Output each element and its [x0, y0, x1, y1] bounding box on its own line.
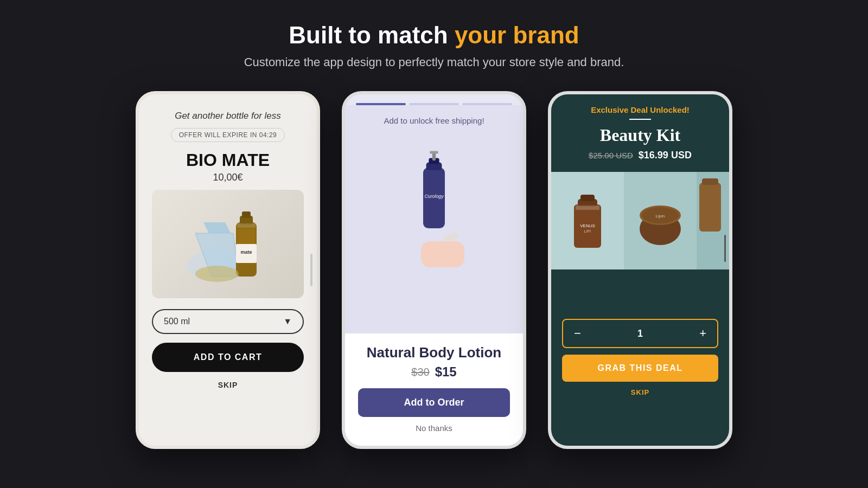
product-name-bio: BIO MATE	[186, 151, 270, 170]
beauty-kit-header: Exclusive Deal Unlocked! Beauty Kit $25.…	[551, 94, 729, 172]
progress-bar	[345, 94, 523, 105]
page-header: Built to match your brand Customize the …	[244, 22, 624, 69]
header-divider	[629, 119, 651, 120]
scrollbar-phone1	[310, 254, 312, 286]
qty-plus-button[interactable]: +	[688, 320, 717, 347]
phone-2-shipping: Add to unlock free shipping! Curology	[342, 91, 526, 449]
svg-marker-2	[203, 222, 231, 233]
add-to-order-button[interactable]: Add to Order	[358, 388, 510, 417]
kit-product-images: VENUS LIPI Lipin	[551, 172, 729, 269]
chevron-down-icon: ▼	[283, 317, 292, 326]
lotion-image-area: Add to unlock free shipping! Curology	[345, 105, 523, 333]
no-thanks-link[interactable]: No thanks	[416, 423, 452, 433]
lotion-price-new: $15	[435, 364, 457, 380]
kit-price-old: $25.00 USD	[589, 151, 633, 160]
add-to-cart-button[interactable]: ADD TO CART	[152, 343, 304, 372]
svg-text:VENUS: VENUS	[580, 223, 595, 228]
lotion-price-row: $30 $15	[411, 364, 456, 380]
subtitle: Customize the app design to perfectly ma…	[244, 55, 624, 69]
skip-link-phone3[interactable]: SKIP	[631, 388, 649, 396]
scrollbar-phone3	[724, 235, 726, 262]
svg-rect-31	[702, 178, 718, 185]
svg-text:Lipin: Lipin	[656, 214, 665, 219]
lotion-title: Natural Body Lotion	[367, 344, 501, 361]
svg-rect-5	[242, 211, 251, 218]
svg-text:Curology: Curology	[424, 194, 444, 199]
kit-price-new: $16.99 USD	[639, 150, 692, 161]
unlock-text: Add to unlock free shipping!	[345, 116, 523, 125]
product-image-bio: mate	[152, 190, 304, 298]
svg-point-17	[443, 231, 459, 243]
lotion-price-old: $30	[411, 366, 429, 378]
grab-deal-button[interactable]: GRAB THIS DEAL	[562, 355, 718, 382]
kit-title: Beauty Kit	[600, 125, 680, 145]
kit-bottom-card: − 1 + GRAB THIS DEAL SKIP	[551, 269, 729, 446]
main-title: Built to match your brand	[244, 22, 624, 49]
kit-price-row: $25.00 USD $16.99 USD	[589, 150, 692, 161]
exclusive-label: Exclusive Deal Unlocked!	[591, 105, 690, 114]
skip-link-phone1[interactable]: SKIP	[218, 381, 238, 389]
offer-countdown: OFFER WILL EXPIRE IN 04:29	[171, 128, 285, 142]
size-dropdown[interactable]: 500 ml ▼	[152, 309, 304, 334]
svg-point-10	[195, 266, 239, 282]
svg-rect-15	[430, 151, 438, 153]
qty-value: 1	[592, 328, 688, 339]
svg-rect-19	[421, 241, 464, 267]
phones-showcase: Get another bottle for less OFFER WILL E…	[136, 91, 732, 449]
size-label: 500 ml	[164, 317, 190, 326]
svg-text:mate: mate	[240, 249, 252, 255]
quantity-row: − 1 +	[562, 319, 718, 348]
title-part1: Built to match	[289, 22, 455, 48]
promo-text: Get another bottle for less	[175, 111, 281, 121]
kit-image-right: Lipin	[624, 172, 697, 269]
qty-minus-button[interactable]: −	[563, 320, 592, 347]
svg-rect-23	[576, 206, 599, 210]
phone-3-beauty-kit: Exclusive Deal Unlocked! Beauty Kit $25.…	[548, 91, 732, 449]
title-accent: your brand	[455, 22, 579, 48]
kit-image-left: VENUS LIPI	[551, 172, 624, 269]
lotion-bottom-card: Natural Body Lotion $30 $15 Add to Order…	[345, 333, 523, 446]
phone-1-upsell: Get another bottle for less OFFER WILL E…	[136, 91, 320, 449]
svg-rect-6	[237, 223, 256, 228]
product-price-bio: 10,00€	[213, 172, 242, 183]
svg-text:LIPI: LIPI	[584, 229, 591, 233]
svg-rect-30	[699, 183, 721, 232]
svg-rect-22	[580, 195, 595, 201]
